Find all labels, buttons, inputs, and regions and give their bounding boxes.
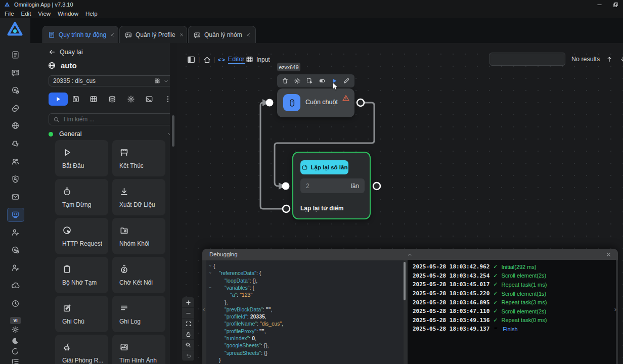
group-header-general[interactable]: General	[49, 130, 170, 138]
loop-count-field[interactable]: 2 lần	[300, 178, 365, 193]
rail-item-chat-card[interactable]	[11, 68, 20, 77]
tab-close-icon[interactable]	[110, 32, 115, 37]
zoom-in-button[interactable]	[182, 297, 194, 308]
find-input[interactable]	[490, 53, 565, 65]
tab-close-icon[interactable]	[246, 32, 251, 37]
block-play-out[interactable]: Bắt Đầu	[55, 140, 108, 176]
node-loop[interactable]: Lặp lại số lần 2 lần Lặp lại từ điểm	[292, 152, 371, 219]
check-icon: ✓	[493, 290, 498, 297]
home-button[interactable]	[202, 55, 212, 65]
status-dot	[49, 132, 53, 136]
fit-view-button[interactable]	[182, 318, 194, 329]
block-clipboard[interactable]: Bộ Nhớ Tạm	[55, 257, 108, 293]
rail-item-shield[interactable]	[11, 174, 20, 184]
block-download[interactable]: Xuất Dữ Liệu	[112, 179, 165, 215]
block-broom[interactable]: Giải Phóng R...	[55, 335, 108, 364]
find-next-button[interactable]	[618, 55, 623, 64]
mouse-icon	[283, 94, 300, 111]
rail-item-puzzle[interactable]	[11, 139, 20, 148]
block-stopwatch[interactable]: Tạm Dừng	[55, 179, 108, 215]
tab-close-icon[interactable]	[179, 32, 184, 37]
tab-3[interactable]: Quản lý nhóm	[188, 26, 256, 43]
rail-item-disc[interactable]	[11, 85, 20, 95]
table-button[interactable]	[87, 95, 100, 104]
block-folder[interactable]: Nhóm Khối	[112, 218, 165, 254]
rail-item-tag[interactable]	[11, 104, 20, 113]
menu-window[interactable]: Window	[58, 11, 78, 17]
loop-header-button[interactable]: Lặp lại số lần	[300, 160, 348, 174]
profile-selector[interactable]: 20335 : dis_cus	[49, 75, 170, 86]
edit-node-icon[interactable]	[343, 77, 350, 84]
block-loglines[interactable]: Ghi Log	[112, 296, 165, 332]
menu-view[interactable]: View	[38, 11, 51, 17]
toggle-node-icon[interactable]	[319, 77, 326, 84]
json-scroll-thumb[interactable]	[404, 262, 406, 300]
block-imgsearch[interactable]: Tìm Hình Ảnh	[112, 335, 165, 364]
json-line: ⌄{	[206, 262, 404, 269]
node-scroll-mouse[interactable]: Cuộn chuột	[277, 88, 354, 117]
rail-item-gear[interactable]	[11, 325, 20, 334]
menu-edit[interactable]: Edit	[21, 11, 31, 17]
panel-scroll-track[interactable]	[170, 43, 177, 364]
menu-help[interactable]: Help	[85, 11, 98, 17]
restore-button[interactable]	[608, 0, 623, 9]
block-label: Kết Thúc	[119, 162, 144, 169]
block-http[interactable]: HTTP Request	[55, 218, 108, 254]
menu-file[interactable]: File	[5, 11, 14, 17]
tab-1[interactable]: Quy trình tự động	[42, 26, 118, 43]
rail-item-robot[interactable]	[11, 210, 20, 219]
block-note[interactable]: Ghi Chú	[55, 296, 108, 332]
language-badge[interactable]: VI	[10, 317, 21, 324]
editor-tab[interactable]: <> Editor	[218, 56, 245, 64]
lock-button[interactable]	[182, 329, 194, 340]
save-button[interactable]	[70, 95, 82, 104]
json-viewer[interactable]: ⌄{⌄"referenceData": {"loopData": {},⌄"va…	[206, 260, 404, 364]
node-settings-icon[interactable]	[294, 77, 301, 84]
expand-right-icon[interactable]: ›	[614, 305, 616, 313]
rail-item-cloud[interactable]	[11, 281, 20, 290]
log-list[interactable]: 2025-05-28 18:03:42.962✓Initial(292 ms)2…	[408, 260, 616, 364]
rail-item-person-add[interactable]	[11, 228, 20, 237]
debug-header[interactable]: Debugging	[202, 249, 618, 260]
rail-item-loop[interactable]	[11, 347, 20, 356]
rail-item-list[interactable]	[11, 357, 20, 364]
pointer-settings-button[interactable]	[182, 340, 194, 350]
rail-item-person-add[interactable]	[11, 263, 20, 272]
close-panel-icon[interactable]	[605, 251, 612, 258]
delete-node-icon[interactable]	[282, 77, 289, 84]
collapse-panel-icon[interactable]	[407, 252, 413, 258]
more-options-button[interactable]	[162, 95, 170, 104]
collapse-chevron-icon[interactable]: ⌄	[208, 283, 212, 290]
database-button[interactable]	[106, 95, 118, 104]
block-search-input[interactable]	[63, 116, 168, 123]
rail-item-disc[interactable]	[11, 245, 20, 254]
person-add-icon	[11, 228, 20, 237]
block-wait[interactable]: Chờ Kết Nối	[112, 257, 165, 293]
rail-item-document[interactable]	[11, 50, 20, 59]
json-line: "profileId": 20335,	[206, 313, 404, 320]
rail-item-moon[interactable]	[11, 336, 20, 345]
collapse-chevron-icon[interactable]: ⌄	[208, 261, 212, 268]
minimize-button[interactable]	[592, 0, 607, 9]
check-icon: ✓	[493, 281, 498, 288]
tab-2[interactable]: Quản lý Profile	[119, 26, 187, 43]
rail-item-people[interactable]	[11, 157, 20, 166]
collapse-left-icon[interactable]: ‹	[203, 305, 205, 313]
settings-button[interactable]	[125, 95, 137, 104]
back-button[interactable]: Quay lại	[49, 49, 83, 56]
collapse-chevron-icon[interactable]: ⌄	[208, 268, 212, 276]
zoom-out-button[interactable]	[182, 308, 194, 318]
rail-item-globe[interactable]	[11, 121, 20, 130]
block-finish[interactable]: Kết Thúc	[112, 140, 165, 176]
toggle-panel-button[interactable]	[186, 55, 196, 65]
panel-scroll-thumb[interactable]	[172, 115, 174, 147]
divider: |	[213, 56, 215, 63]
undo-button[interactable]	[182, 350, 194, 361]
console-button[interactable]	[143, 95, 155, 104]
select-area-icon[interactable]	[306, 77, 313, 84]
rail-item-clock[interactable]	[11, 299, 20, 308]
run-button[interactable]	[49, 93, 68, 106]
find-prev-button[interactable]	[605, 55, 613, 64]
input-tab[interactable]: Input	[246, 56, 270, 63]
rail-item-mail[interactable]	[11, 192, 20, 201]
